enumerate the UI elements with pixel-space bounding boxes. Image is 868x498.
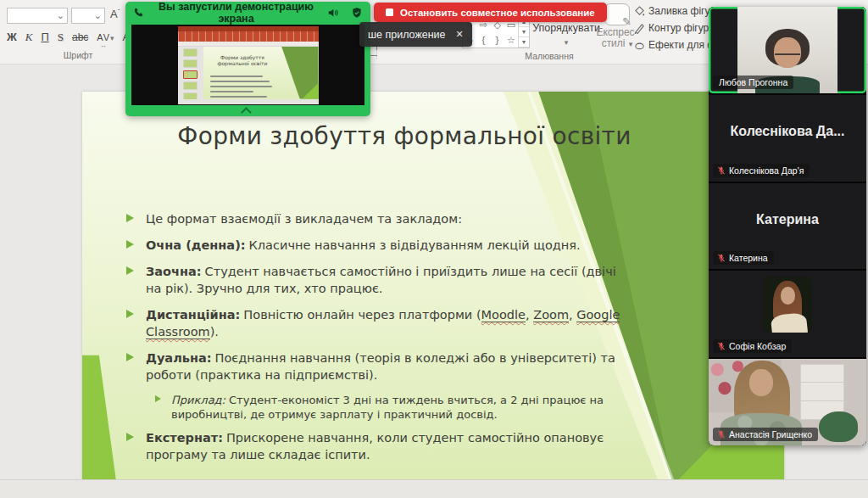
strikethrough-button[interactable]: abc	[72, 31, 88, 43]
participant-name-label: Катерина	[713, 251, 774, 265]
paint-bucket-icon	[634, 6, 645, 17]
participant-name-label: Софія Кобзар	[713, 339, 792, 353]
chevron-down-icon: ⌄	[54, 10, 67, 21]
underline-button[interactable]: П	[41, 31, 48, 43]
slide-canvas: Форми здобуття формальної освіти Це форм…	[82, 92, 784, 479]
bold-button[interactable]: Ж	[7, 31, 17, 43]
chevron-down-icon: ▾	[110, 34, 114, 42]
participant-tile-sofiya[interactable]: Софія Кобзар	[709, 271, 866, 357]
dialog-launcher-icon[interactable]	[370, 48, 377, 56]
font-buttons-row: Ж К П S abc АV↔▾ Аа▾	[7, 31, 141, 49]
speaker-icon[interactable]	[327, 7, 339, 19]
banner-collapse-button[interactable]	[125, 105, 370, 116]
mic-muted-icon	[717, 166, 726, 175]
mini-statusbar	[178, 99, 319, 104]
stop-sharing-button[interactable]: Остановить совместное использование	[374, 3, 607, 22]
shape-effects-icon	[634, 40, 645, 51]
mini-ribbon	[178, 31, 319, 42]
participant-tile-lyubov[interactable]: Любов Прогонна	[709, 7, 866, 93]
shield-check-icon[interactable]	[351, 7, 363, 19]
mic-muted-icon	[717, 254, 726, 262]
share-banner-title: Вы запустили демонстрацию экрана	[145, 1, 327, 25]
chevron-down-icon: ▾	[629, 40, 633, 48]
character-spacing-button[interactable]: АV↔▾	[97, 31, 114, 49]
bullet-triangle-icon	[126, 266, 134, 275]
share-banner-header: Вы запустили демонстрацию экрана	[125, 2, 370, 24]
bullet-item: Заочна:Студент навчається самостійно і п…	[126, 263, 635, 297]
mini-powerpoint-window: Форми здобуття формальної освіти	[178, 26, 319, 104]
screen-share-banner: Вы запустили демонстрацию экрана	[125, 2, 370, 116]
bullet-triangle-icon	[126, 353, 134, 361]
status-bar	[0, 479, 868, 498]
drawing-group-label: Малювання	[509, 51, 590, 61]
mini-slide-text	[210, 76, 278, 99]
participant-display-name: Катерина	[709, 212, 866, 227]
bullet-triangle-icon	[126, 433, 134, 441]
arrange-button[interactable]: Упорядкувати ▾	[531, 22, 602, 47]
mini-thumb-selected	[183, 70, 198, 79]
slide-title: Форми здобуття формальної освіти	[116, 122, 693, 150]
shape-brace-left-icon[interactable]: {	[482, 35, 486, 45]
gallery-more-button[interactable]: ▾	[519, 37, 529, 48]
participant-tile-kateryna[interactable]: Катерина Катерина	[709, 183, 866, 270]
participant-name-label: Анастасія Грищенко	[713, 428, 818, 441]
mini-thumb	[183, 81, 198, 90]
pen-outline-icon	[634, 23, 645, 34]
text-shadow-button[interactable]: S	[58, 31, 64, 44]
slide-bullet-list: Це формат взаємодії з викладачем та закл…	[126, 210, 635, 473]
font-size-combobox[interactable]: ⌄	[71, 8, 105, 24]
link-moodle[interactable]: Moodle	[481, 308, 526, 322]
shape-star-icon[interactable]: ☆	[507, 35, 515, 46]
bullet-triangle-icon	[126, 240, 134, 249]
mini-slide: Форми здобуття формальної освіти	[203, 47, 319, 99]
participant-tile-anastasiya[interactable]: Анастасія Грищенко	[709, 359, 866, 445]
participant-name-label: Колеснікова Дар'я	[713, 164, 810, 177]
bullet-item: Це формат взаємодії з викладачем та закл…	[126, 210, 635, 227]
bullet-triangle-icon	[155, 395, 161, 402]
quick-styles-icon	[604, 3, 630, 25]
bullet-triangle-icon	[126, 310, 134, 318]
bullet-item: Дуальна:Поєднання навчання (теорія в кол…	[126, 350, 635, 383]
participant-name-label: Любов Прогонна	[713, 76, 793, 89]
glasses	[775, 48, 800, 55]
stop-icon	[386, 8, 393, 16]
participant-tile-kolesnikova[interactable]: Колеснікова Да... Колеснікова Дар'я	[709, 95, 866, 182]
font-name-combobox[interactable]: ⌄	[7, 8, 68, 24]
mini-slide-thumbnails	[178, 47, 203, 99]
chevron-down-icon: ⌄	[92, 10, 104, 21]
link-zoom[interactable]: Zoom	[533, 308, 569, 322]
chevron-down-icon: ▾	[531, 38, 602, 47]
close-icon[interactable]: ✕	[456, 29, 464, 40]
meeting-participants-panel: Любов Прогонна Колеснікова Да... Колесні…	[709, 7, 866, 445]
shared-screen-thumbnail: Форми здобуття формальної освіти	[131, 25, 364, 105]
participant-display-name: Колеснікова Да...	[709, 124, 866, 139]
font-group-label: Шрифт	[51, 50, 105, 60]
italic-button[interactable]: К	[25, 31, 33, 44]
scroll-down-button[interactable]: ▾	[519, 27, 529, 37]
mini-slide-title: Форми здобуття формальної освіти	[207, 54, 279, 66]
shape-brace-right-icon[interactable]: }	[496, 35, 499, 45]
phone-icon	[133, 7, 145, 19]
mini-thumb	[183, 48, 198, 57]
mic-muted-icon	[717, 430, 726, 439]
bullet-item: Екстернат:Прискорене навчання, коли студ…	[126, 429, 635, 463]
participant-avatar	[763, 277, 812, 333]
mic-muted-icon	[717, 342, 726, 350]
bullet-item: Дистанційна:Повністю онлайн через платфо…	[126, 306, 635, 340]
mini-thumb	[183, 59, 198, 68]
app-share-popup: ше приложение ✕	[359, 22, 472, 47]
grow-font-button[interactable]: Аˆ	[110, 8, 120, 20]
bullet-triangle-icon	[126, 214, 134, 222]
bullet-subitem: Приклад:Студент-економіст 3 дні на тижде…	[155, 393, 635, 422]
bullet-item: Очна (денна):Класичне навчання з відвіду…	[126, 237, 635, 254]
